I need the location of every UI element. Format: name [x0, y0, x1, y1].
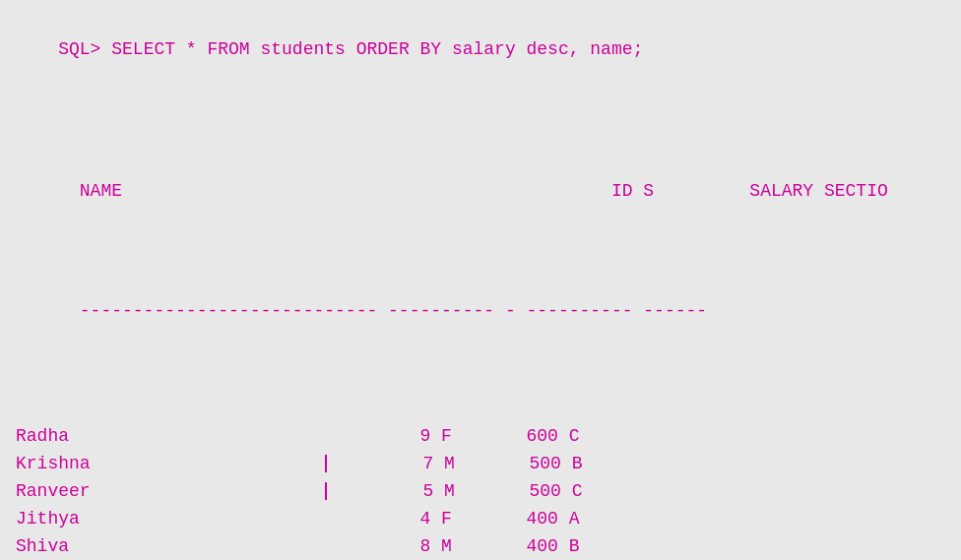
divider-text: ---------------------------- ---------- …: [80, 301, 707, 321]
query-text: SQL> SELECT * FROM students ORDER BY sal…: [58, 39, 643, 59]
sql-query: SQL> SELECT * FROM students ORDER BY sal…: [16, 20, 945, 79]
row-name: Krishna: [16, 454, 324, 473]
header-text: NAME ID S SALARY SECTIO: [80, 181, 888, 201]
column-headers: NAME ID S SALARY SECTIO: [16, 161, 945, 220]
row-name: Ranveer: [16, 481, 324, 501]
table-rows: Radha 9 F 600 CKrishna 7 M 500 BRanveer …: [16, 423, 945, 560]
row-data: 7 M 500 B: [327, 454, 582, 473]
table-row: Radha 9 F 600 C: [16, 423, 945, 451]
table-row: Ranveer 5 M 500 C: [16, 478, 945, 506]
terminal-screen: SQL> SELECT * FROM students ORDER BY sal…: [16, 20, 945, 560]
row-text: Shiva 8 M 400 B: [16, 536, 580, 556]
table-row: Jithya 4 F 400 A: [16, 506, 945, 533]
row-text: Radha 9 F 600 C: [16, 426, 580, 446]
table-row: Krishna 7 M 500 B: [16, 451, 945, 478]
row-text: Jithya 4 F 400 A: [16, 509, 580, 529]
table-row: Shiva 8 M 400 B: [16, 533, 945, 560]
query-results: NAME ID S SALARY SECTIO ----------------…: [16, 102, 945, 560]
row-data: 5 M 500 C: [327, 481, 582, 501]
column-divider: ---------------------------- ---------- …: [16, 281, 945, 341]
